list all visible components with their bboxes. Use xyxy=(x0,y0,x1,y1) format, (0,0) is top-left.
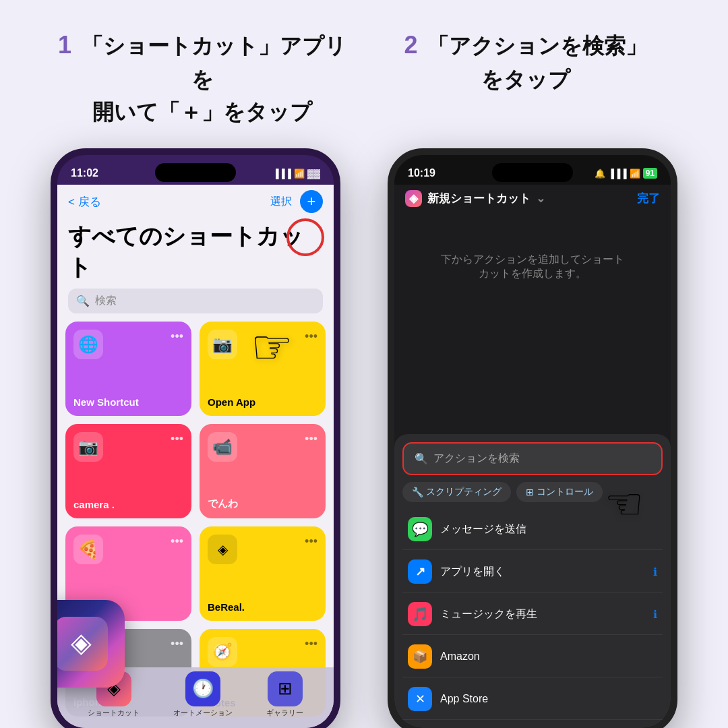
battery-left: ▓▓ xyxy=(307,169,320,179)
steps-area: 1 「ショートカット」アプリを開いて「＋」をタップ 2 「アクションを検索」をタ… xyxy=(0,0,728,142)
dock-label-shortcuts: ショートカット xyxy=(88,708,140,718)
app-name-open-app: Open App xyxy=(208,396,255,408)
app-name-denwa: でんわ xyxy=(208,497,238,510)
action-search[interactable]: 🔍 アクションを検索 xyxy=(402,442,663,475)
nav-actions: 選択 + xyxy=(270,190,323,213)
scripting-icon: 🔧 xyxy=(412,487,423,497)
bereal-icon: ◈ xyxy=(208,535,237,564)
shortcut-body-text: 下からアクションを追加してショートカットを作成します。 xyxy=(441,253,624,281)
action-messages[interactable]: 💬 メッセージを送信 xyxy=(402,509,663,550)
back-button[interactable]: < 戻る xyxy=(68,194,101,210)
music-icon: 🎵 xyxy=(408,602,432,626)
info-icon-2[interactable]: ℹ xyxy=(653,608,657,621)
tab-control[interactable]: ⊞ コントロール xyxy=(516,482,603,502)
more-button-1[interactable]: ••• xyxy=(171,330,183,344)
more-button-7[interactable]: ••• xyxy=(171,637,183,651)
action-amazon-label: Amazon xyxy=(440,650,480,663)
nav-bar-left: < 戻る 選択 + xyxy=(57,185,334,218)
battery-right: 91 xyxy=(643,168,657,179)
action-appstore-label: App Store xyxy=(440,693,488,705)
dock-gallery-icon: ⊞ xyxy=(268,671,303,706)
tab-scripting[interactable]: 🔧 スクリプティング xyxy=(402,482,511,502)
dock-item-gallery[interactable]: ⊞ ギャラリー xyxy=(266,671,303,718)
dock-label-automation: オートメーション xyxy=(173,708,233,718)
phone-left-content: < 戻る 選択 + すべてのショートカット 🔍 検索 🌐 ••• xyxy=(57,185,334,728)
action-messages-label: メッセージを送信 xyxy=(440,522,526,537)
search-icon-right: 🔍 xyxy=(415,452,428,465)
wifi-icon-right: 📶 xyxy=(630,169,640,179)
more-button-5[interactable]: ••• xyxy=(171,535,183,549)
open-app-icon: 📷 xyxy=(208,330,237,359)
more-button-2[interactable]: ••• xyxy=(305,330,317,344)
bell-icon: 🔔 xyxy=(595,169,605,179)
action-list: 💬 メッセージを送信 ↗ アプリを開く ℹ 🎵 ミュージックを再生 ℹ xyxy=(402,509,663,720)
app-tile-open-app[interactable]: 📷 ••• Open App xyxy=(200,322,326,416)
app-tile-camera[interactable]: 📷 ••• camera . xyxy=(65,424,191,518)
notch-left xyxy=(155,163,236,182)
new-shortcut-icon: 🌐 xyxy=(73,330,103,359)
phone-left: 11:02 ▐▐▐ 📶 ▓▓ < 戻る 選択 + すべてのショートカット xyxy=(51,148,340,728)
search-bar-left[interactable]: 🔍 検索 xyxy=(68,289,323,313)
time-right: 10:19 xyxy=(408,167,435,179)
phone-right-content: ◈ 新規ショートカット ⌄ 完了 下からアクションを追加してショートカットを作成… xyxy=(394,185,671,728)
action-open-app[interactable]: ↗ アプリを開く ℹ xyxy=(402,551,663,593)
signal-icon-right: ▐▐▐ xyxy=(608,169,627,179)
select-button[interactable]: 選択 xyxy=(270,195,292,209)
denwa-icon: 📹 xyxy=(208,432,237,462)
phones-area: 11:02 ▐▐▐ 📶 ▓▓ < 戻る 選択 + すべてのショートカット xyxy=(0,148,728,728)
app-grid: 🌐 ••• New Shortcut 📷 ••• Open App 📷 ••• … xyxy=(57,322,334,621)
action-music-label: ミュージックを再生 xyxy=(440,607,537,621)
done-button[interactable]: 完了 xyxy=(637,191,660,206)
more-button-4[interactable]: ••• xyxy=(305,432,317,446)
notes-icon: 🧭 xyxy=(208,637,237,667)
svg-text:◈: ◈ xyxy=(71,628,92,657)
more-button-6[interactable]: ••• xyxy=(305,535,317,549)
step-1-block: 1 「ショートカット」アプリを開いて「＋」をタップ xyxy=(47,27,357,128)
appstore-icon: ✕ xyxy=(408,687,432,711)
notch-right xyxy=(492,163,573,182)
time-left: 11:02 xyxy=(71,167,98,179)
action-amazon[interactable]: 📦 Amazon xyxy=(402,636,663,677)
step-1-text: 「ショートカット」アプリを開いて「＋」をタップ xyxy=(82,34,346,124)
app-name-bereal: BeReal. xyxy=(208,601,245,613)
shortcut-title: ◈ 新規ショートカット ⌄ xyxy=(405,190,545,207)
wifi-icon: 📶 xyxy=(294,169,305,179)
camera-icon: 📷 xyxy=(73,432,103,462)
action-tabs: 🔧 スクリプティング ⊞ コントロール xyxy=(402,482,663,502)
app-name-new-shortcut: New Shortcut xyxy=(73,396,139,408)
more-button-3[interactable]: ••• xyxy=(171,432,183,446)
phone-right: 10:19 🔔 ▐▐▐ 📶 91 ◈ 新規ショートカット ⌄ 完了 下か xyxy=(388,148,677,728)
foodie-icon: 🍕 xyxy=(73,535,103,564)
app-tile-denwa[interactable]: 📹 ••• でんわ xyxy=(200,424,326,518)
dock-automation-icon: 🕐 xyxy=(185,671,220,706)
step-2-text: 「アクションを検索」をタップ xyxy=(427,34,647,92)
chevron-icon: ⌄ xyxy=(536,191,545,206)
status-icons-left: ▐▐▐ 📶 ▓▓ xyxy=(272,169,320,179)
amazon-icon: 📦 xyxy=(408,644,432,669)
action-music[interactable]: 🎵 ミュージックを再生 ℹ xyxy=(402,594,663,635)
shortcut-icon: ◈ xyxy=(405,190,422,207)
search-placeholder: 検索 xyxy=(95,294,117,308)
shortcut-header: ◈ 新規ショートカット ⌄ 完了 xyxy=(394,185,671,212)
step-2-label: 2 「アクションを検索」をタップ xyxy=(371,27,681,96)
step-2-num: 2 xyxy=(404,31,418,59)
action-appstore[interactable]: ✕ App Store xyxy=(402,679,663,720)
dock-label-gallery: ギャラリー xyxy=(266,708,303,718)
app-tile-bereal[interactable]: ◈ ••• BeReal. xyxy=(200,526,326,621)
app-tile-new-shortcut[interactable]: 🌐 ••• New Shortcut xyxy=(65,322,191,416)
control-icon: ⊞ xyxy=(526,487,534,497)
app-name-camera: camera . xyxy=(73,499,115,510)
action-panel: 🔍 アクションを検索 🔧 スクリプティング ⊞ コントロール xyxy=(394,434,671,728)
messages-icon: 💬 xyxy=(408,517,432,541)
action-search-placeholder: アクションを検索 xyxy=(433,452,520,466)
action-open-app-label: アプリを開く xyxy=(440,565,505,579)
info-icon-1[interactable]: ℹ xyxy=(653,566,657,578)
open-app-list-icon: ↗ xyxy=(408,559,432,584)
plus-button[interactable]: + xyxy=(300,190,323,213)
more-button-8[interactable]: ••• xyxy=(305,637,317,651)
scripting-label: スクリプティング xyxy=(426,486,502,498)
dock-item-automation[interactable]: 🕐 オートメーション xyxy=(173,671,233,718)
search-icon: 🔍 xyxy=(76,295,90,307)
page-title-left: すべてのショートカット xyxy=(57,218,334,289)
step-1-num: 1 xyxy=(58,31,71,59)
